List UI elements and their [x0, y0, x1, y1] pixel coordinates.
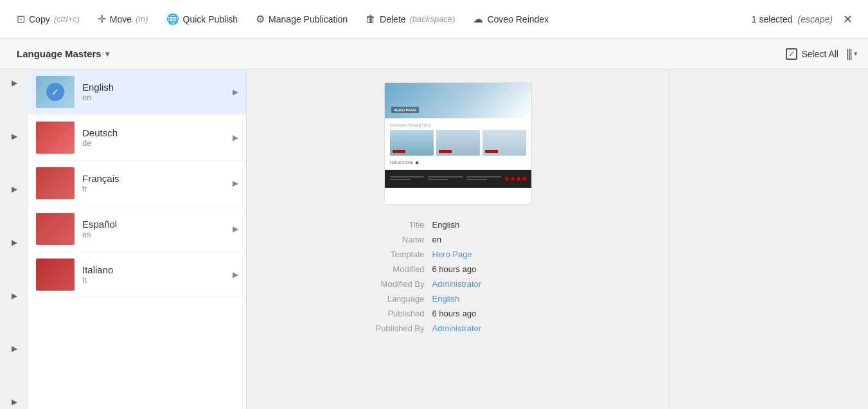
expand-arrow-4[interactable]: ▶	[6, 235, 22, 250]
manage-publication-icon: ⚙	[256, 13, 265, 25]
deutsch-code: de	[82, 138, 233, 148]
modified-value: 6 hours ago	[432, 264, 554, 274]
deutsch-name: Deutsch	[82, 127, 233, 138]
espanol-chevron-icon: ▶	[233, 224, 238, 233]
deutsch-thumbnail	[36, 122, 75, 154]
title-label: Title	[362, 220, 432, 230]
preview-image: HERO PAGE CATEGORY TEASER TITLE F	[384, 82, 532, 204]
view-toggle-button[interactable]: ||| ▾	[846, 47, 858, 60]
language-value[interactable]: English	[432, 294, 554, 304]
deutsch-info: Deutsch de	[75, 127, 233, 148]
expand-arrow-6[interactable]: ▶	[6, 341, 22, 356]
detail-row-modified-by: Modified By Administrator	[362, 277, 554, 291]
deutsch-chevron-icon: ▶	[233, 133, 238, 142]
select-all-label: Select All	[801, 49, 838, 59]
coveo-icon: ☁	[473, 13, 483, 25]
second-bar-right: ✓ Select All ||| ▾	[786, 47, 858, 60]
mock-store-dot	[416, 161, 418, 164]
right-area	[669, 69, 868, 409]
francais-name: Français	[82, 173, 233, 184]
selected-label: 1 selected	[752, 14, 793, 24]
detail-row-published-by: Published By Administrator	[362, 321, 554, 336]
italiano-info: Italiano it	[75, 264, 233, 285]
toolbar: ⊡ Copy (ctrl+c) ✛ Move (m) 🌐 Quick Publi…	[0, 0, 868, 39]
chevron-down-icon: ▾	[105, 50, 109, 59]
template-label: Template	[362, 250, 432, 259]
move-button[interactable]: ✛ Move (m)	[91, 9, 155, 29]
english-code: en	[82, 93, 233, 102]
coveo-reindex-label: Coveo Reindex	[487, 14, 549, 24]
template-value[interactable]: Hero Page	[432, 250, 554, 259]
language-item-francais[interactable]: Français fr ▶	[28, 161, 246, 206]
move-icon: ✛	[98, 13, 106, 25]
move-shortcut: (m)	[136, 14, 148, 24]
manage-publication-label: Manage Publication	[269, 14, 348, 24]
espanol-info: Español es	[75, 219, 233, 239]
delete-label: Delete	[380, 14, 405, 24]
close-button[interactable]: ✕	[838, 10, 858, 29]
expand-arrow-1[interactable]: ▶	[6, 76, 22, 91]
language-item-deutsch[interactable]: Deutsch de ▶	[28, 115, 246, 161]
detail-row-published: Published 6 hours ago	[362, 306, 554, 321]
francais-code: fr	[82, 184, 233, 194]
published-by-label: Published By	[362, 323, 432, 333]
view-bars-icon: |||	[846, 47, 851, 60]
quick-publish-button[interactable]: 🌐 Quick Publish	[160, 9, 245, 29]
second-bar: Language Masters ▾ ✓ Select All ||| ▾	[0, 39, 868, 69]
modified-by-value[interactable]: Administrator	[432, 279, 554, 289]
copy-button[interactable]: ⊡ Copy (ctrl+c)	[10, 9, 86, 29]
expand-arrow-2[interactable]: ▶	[6, 129, 22, 144]
detail-table: Title English Name en Template Hero Page…	[362, 217, 554, 336]
expand-arrow-5[interactable]: ▶	[6, 288, 22, 303]
mock-hero-text: HERO PAGE	[391, 107, 420, 113]
published-by-value[interactable]: Administrator	[432, 323, 554, 333]
quick-publish-label: Quick Publish	[183, 14, 238, 24]
mock-card-1	[390, 130, 434, 156]
language-item-italiano[interactable]: Italiano it ▶	[28, 252, 246, 298]
expand-arrow-3[interactable]: ▶	[6, 182, 22, 197]
published-label: Published	[362, 309, 432, 318]
italiano-thumbnail	[36, 259, 75, 291]
delete-icon: 🗑	[366, 14, 376, 25]
select-all-button[interactable]: ✓ Select All	[786, 48, 838, 60]
detail-row-language: Language English	[362, 291, 554, 306]
italiano-code: it	[82, 275, 233, 285]
language-masters-dropdown[interactable]: Language Masters ▾	[10, 44, 116, 63]
detail-row-template: Template Hero Page	[362, 247, 554, 262]
selected-count: 1 selected (escape)	[752, 14, 833, 24]
mock-card-2	[436, 130, 480, 156]
language-list: ✓ English en ▶ Deutsch de ▶ Fr	[28, 69, 247, 409]
left-strip: ▶ ▶ ▶ ▶ ▶ ▶ ▶	[0, 69, 28, 409]
manage-publication-button[interactable]: ⚙ Manage Publication	[249, 9, 354, 29]
language-label: Language	[362, 294, 432, 304]
modified-label: Modified	[362, 264, 432, 274]
name-label: Name	[362, 235, 432, 244]
language-masters-label: Language Masters	[17, 48, 102, 59]
select-all-checkbox[interactable]: ✓	[786, 48, 797, 60]
published-value: 6 hours ago	[432, 309, 554, 318]
detail-row-title: Title English	[362, 217, 554, 232]
english-chevron-icon: ▶	[233, 87, 238, 96]
modified-by-label: Modified By	[362, 279, 432, 289]
copy-shortcut: (ctrl+c)	[54, 14, 80, 24]
expand-arrow-7[interactable]: ▶	[6, 394, 22, 409]
italiano-name: Italiano	[82, 264, 233, 275]
francais-info: Français fr	[75, 173, 233, 194]
quick-publish-icon: 🌐	[166, 13, 179, 25]
detail-row-modified: Modified 6 hours ago	[362, 262, 554, 277]
move-label: Move	[110, 14, 132, 24]
copy-icon: ⊡	[17, 13, 25, 25]
mock-store-text: FIND IN STORE	[390, 161, 414, 165]
delete-button[interactable]: 🗑 Delete (backspace)	[359, 10, 461, 29]
espanol-name: Español	[82, 219, 233, 230]
mock-card-3	[483, 130, 526, 156]
coveo-reindex-button[interactable]: ☁ Coveo Reindex	[466, 9, 555, 29]
mock-section-title: CATEGORY TEASER TITLE	[390, 123, 526, 127]
selected-check-icon: ✓	[46, 83, 64, 101]
detail-row-name: Name en	[362, 232, 554, 247]
italiano-chevron-icon: ▶	[233, 270, 238, 279]
espanol-thumbnail	[36, 213, 75, 245]
language-item-espanol[interactable]: Español es ▶	[28, 206, 246, 252]
copy-label: Copy	[29, 14, 50, 24]
language-item-english[interactable]: ✓ English en ▶	[28, 69, 246, 115]
